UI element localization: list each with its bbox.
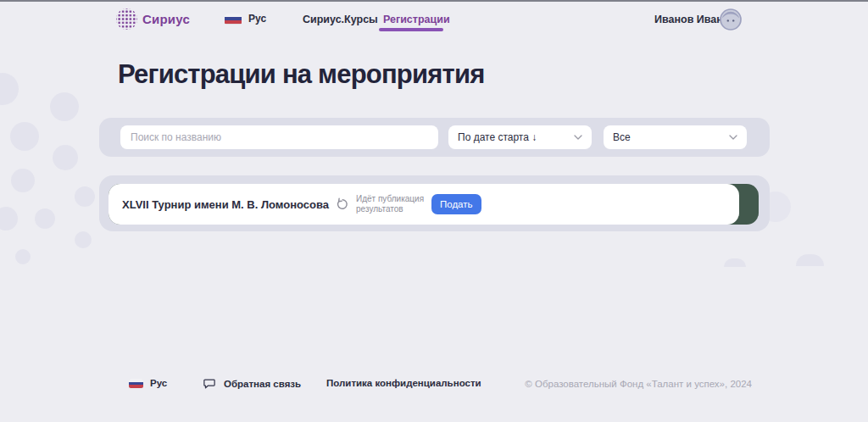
footer-language-label: Рус <box>150 378 167 388</box>
footer-copyright: © Образовательный Фонд «Талант и успех»,… <box>525 379 752 389</box>
decorative-circle <box>53 145 78 170</box>
decorative-circle <box>796 254 824 266</box>
category-dropdown[interactable]: Все <box>604 125 747 149</box>
decorative-circle <box>724 258 746 267</box>
event-status: Идёт публикация результатов <box>336 184 429 225</box>
language-switcher[interactable]: Рус <box>225 13 266 25</box>
window-top-edge <box>0 0 868 2</box>
footer-privacy-link[interactable]: Политика конфиденциальности <box>326 378 481 388</box>
decorative-circle <box>75 186 95 207</box>
page-title: Регистрации на мероприятия <box>118 59 484 90</box>
decorative-circle <box>10 122 39 151</box>
submit-button[interactable]: Подать <box>431 194 481 214</box>
russian-flag-icon <box>129 379 143 388</box>
decorative-circle <box>75 231 92 248</box>
decorative-circle <box>35 208 55 229</box>
event-list: XLVII Турнир имени М. В. Ломоносова Идёт… <box>99 175 770 231</box>
language-label: Рус <box>248 13 266 25</box>
event-title: XLVII Турнир имени М. В. Ломоносова <box>122 198 329 211</box>
user-name[interactable]: Иванов Иван <box>654 14 723 25</box>
footer-language-switcher[interactable]: Рус <box>129 378 167 388</box>
event-status-text: Идёт публикация результатов <box>356 194 429 214</box>
history-arrow-icon <box>336 197 349 211</box>
sirius-logo[interactable]: Сириус <box>116 8 190 30</box>
sort-dropdown-value: По дате старта ↓ <box>458 131 537 143</box>
decorative-circle <box>0 73 19 105</box>
russian-flag-icon <box>225 14 242 25</box>
event-card[interactable]: XLVII Турнир имени М. В. Ломоносова Идёт… <box>108 184 759 225</box>
header: Сириус Рус Сириус.Курсы Регистрации Иван… <box>0 2 868 32</box>
sirius-logo-icon <box>116 8 137 30</box>
user-avatar-icon[interactable] <box>720 8 742 31</box>
footer-feedback-label: Обратная связь <box>224 379 301 389</box>
active-tab-underline <box>379 28 443 31</box>
decorative-circle <box>15 249 31 264</box>
filter-bar: По дате старта ↓ Все <box>99 118 770 157</box>
category-dropdown-value: Все <box>613 131 631 143</box>
app-window: Сириус Рус Сириус.Курсы Регистрации Иван… <box>0 0 868 422</box>
search-input[interactable] <box>120 125 438 149</box>
chevron-down-icon <box>729 135 737 140</box>
nav-link-sirius-courses[interactable]: Сириус.Курсы <box>303 14 378 25</box>
nav-link-registrations[interactable]: Регистрации <box>383 14 450 25</box>
decorative-circle <box>11 169 35 192</box>
chat-bubble-icon <box>203 378 216 390</box>
decorative-circle <box>0 207 18 230</box>
event-card-panel: XLVII Турнир имени М. В. Ломоносова Идёт… <box>108 184 739 225</box>
sirius-logo-text: Сириус <box>142 12 190 26</box>
decorative-circle <box>50 92 79 121</box>
sort-dropdown[interactable]: По дате старта ↓ <box>448 125 592 149</box>
footer-feedback-link[interactable]: Обратная связь <box>203 378 301 390</box>
chevron-down-icon <box>574 135 582 140</box>
